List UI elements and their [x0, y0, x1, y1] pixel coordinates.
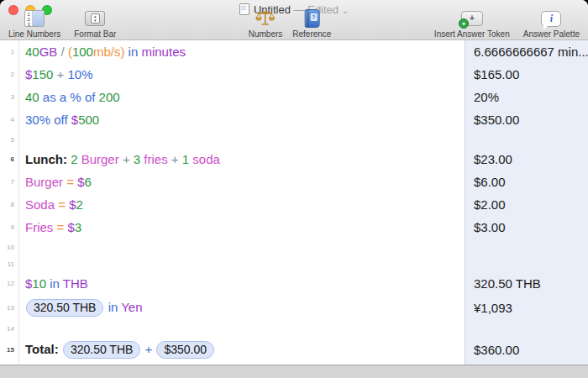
app-window: Untitled — Edited ⌄ 123 Line Numbers ▴▾ …	[0, 0, 588, 378]
expression-line[interactable]: 40 as a % of 200	[18, 90, 465, 104]
line-number: 8	[0, 201, 18, 208]
calc-row: 140GB / (100mb/s) in minutes6.6666666667…	[0, 40, 588, 63]
answer-palette-icon: i	[541, 9, 561, 28]
answer-token-pill[interactable]: 320.50 THB	[63, 341, 140, 359]
expression-line[interactable]: 40GB / (100mb/s) in minutes	[18, 45, 465, 59]
toolbar-label: Answer Palette	[523, 29, 580, 39]
toolbar-label: Format Bar	[74, 29, 116, 39]
answer-value[interactable]: ¥1,093	[465, 301, 588, 315]
line-numbers-button[interactable]: 123 Line Numbers	[8, 9, 60, 40]
format-bar-icon: ▴▾	[85, 9, 105, 28]
expression-line[interactable]: Total: 320.50 THB + $350.00	[18, 341, 465, 359]
line-number: 5	[0, 136, 18, 144]
status-bar	[0, 365, 588, 378]
expression-segment: 150	[32, 67, 53, 81]
line-number: 6	[0, 155, 18, 163]
toolbar-label: Line Numbers	[8, 29, 60, 39]
expression-segment: +	[141, 342, 155, 356]
answer-value[interactable]: 320.50 THB	[465, 276, 588, 291]
line-number: 4	[0, 116, 18, 123]
reference-book-icon: ?	[304, 9, 319, 28]
toolbar-label: Reference	[292, 29, 331, 39]
expression-segment: =	[53, 220, 67, 234]
expression-segment: in	[124, 45, 141, 59]
expression-segment: 40	[25, 90, 39, 104]
expression-segment: Fries	[25, 220, 53, 234]
toolbar-center-group: Numbers ? Reference	[249, 9, 332, 40]
expression-line[interactable]: Soda = $2	[18, 197, 465, 212]
calc-row: 12$10 in THB320.50 THB	[0, 272, 588, 295]
line-number: 15	[0, 346, 18, 354]
expression-segment: in	[46, 276, 63, 291]
calc-row: 9Fries = $3$3.00	[0, 216, 588, 239]
expression-segment: /	[57, 45, 68, 59]
insert-answer-token-button[interactable]: +● Insert Answer Token	[434, 9, 510, 40]
expression-segment: as a % of	[39, 90, 99, 104]
answer-value[interactable]: $3.00	[465, 220, 588, 234]
toolbar-right-group: +● Insert Answer Token i Answer Palette	[434, 9, 580, 40]
window-chrome: Untitled — Edited ⌄ 123 Line Numbers ▴▾ …	[0, 0, 588, 40]
expression-line[interactable]: Burger = $6	[18, 175, 465, 189]
expression-line[interactable]: $150 + 10%	[18, 67, 465, 81]
expression-line[interactable]: 320.50 THB in Yen	[18, 299, 465, 317]
answer-value[interactable]: $350.00	[465, 113, 588, 127]
calc-row: 340 as a % of 20020%	[0, 86, 588, 108]
scales-icon	[255, 9, 276, 28]
calc-row: 7Burger = $6$6.00	[0, 171, 588, 193]
answer-value[interactable]: $6.00	[465, 175, 588, 189]
answer-value[interactable]: $2.00	[465, 197, 588, 212]
numbers-button[interactable]: Numbers	[249, 9, 283, 40]
expression-segment: $	[69, 197, 76, 212]
expression-segment: 6	[84, 175, 91, 189]
answer-palette-button[interactable]: i Answer Palette	[523, 9, 580, 40]
reference-button[interactable]: ? Reference	[292, 9, 331, 40]
calc-row: 10	[0, 239, 588, 255]
expression-segment: fries	[140, 152, 168, 166]
line-number: 11	[0, 260, 18, 268]
line-numbers-icon: 123	[24, 9, 45, 28]
expression-segment: 100	[72, 45, 93, 59]
answer-value[interactable]: $23.00	[465, 152, 588, 166]
line-number: 14	[0, 325, 18, 333]
expression-segment: =	[55, 197, 69, 212]
answer-value[interactable]: 6.6666666667 min...	[465, 45, 588, 59]
expression-segment: +	[119, 152, 134, 166]
expression-segment: 2	[76, 197, 83, 212]
line-number: 12	[0, 280, 18, 287]
calc-row: 14	[0, 320, 588, 337]
expression-segment: GB	[39, 45, 58, 59]
line-number: 9	[0, 223, 18, 231]
expression-segment: 2	[71, 152, 77, 166]
expression-segment: Burger	[25, 175, 63, 189]
answer-value[interactable]: 20%	[465, 90, 588, 104]
expression-segment: =	[63, 175, 77, 189]
toolbar-label: Numbers	[249, 29, 283, 39]
line-number: 10	[0, 244, 18, 251]
line-number: 13	[0, 304, 18, 312]
expression-line[interactable]: Fries = $3	[18, 220, 465, 234]
expression-line[interactable]: 30% off $500	[18, 113, 465, 127]
expression-segment: Burger	[78, 152, 119, 166]
toolbar-left-group: 123 Line Numbers ▴▾ Format Bar	[8, 9, 116, 40]
expression-line[interactable]: Lunch: 2 Burger + 3 fries + 1 soda	[18, 152, 465, 166]
expression-segment: 40	[25, 45, 39, 59]
calc-row: 11	[0, 255, 588, 272]
expression-segment: Yen	[121, 300, 142, 314]
expression-segment: Lunch:	[25, 152, 67, 166]
insert-answer-token-icon: +●	[461, 9, 483, 28]
expression-segment: 3	[134, 152, 140, 166]
expression-segment: soda	[189, 152, 220, 166]
expression-segment: Total:	[25, 342, 59, 356]
expression-segment: +	[53, 67, 67, 81]
answer-value[interactable]: $165.00	[465, 67, 588, 81]
format-bar-button[interactable]: ▴▾ Format Bar	[74, 9, 116, 40]
answer-value[interactable]: $360.00	[465, 343, 588, 357]
expression-segment: 30%	[25, 113, 50, 127]
answer-token-pill[interactable]: $350.00	[156, 341, 214, 359]
answer-token-pill[interactable]: 320.50 THB	[26, 299, 103, 317]
expression-segment: mb/s	[93, 45, 121, 59]
line-number: 1	[0, 48, 18, 55]
expression-line[interactable]: $10 in THB	[18, 276, 465, 291]
expression-segment: 3	[75, 220, 81, 234]
expression-segment: $	[71, 113, 78, 127]
